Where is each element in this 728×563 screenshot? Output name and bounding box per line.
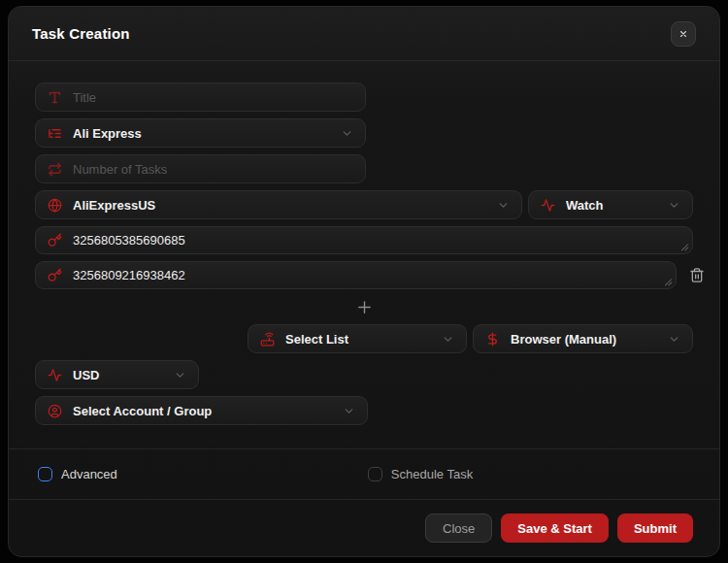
product-id-textarea[interactable]: 3256805385690685: [73, 227, 677, 253]
close-icon: [678, 29, 688, 39]
activity-icon: [541, 198, 555, 213]
router-icon: [260, 332, 275, 347]
modal-header: Task Creation: [9, 7, 719, 61]
advanced-label: Advanced: [61, 467, 117, 481]
product-id-textarea[interactable]: 3256809216938462: [73, 262, 660, 288]
globe-icon: [48, 198, 62, 213]
mode-value: Watch: [566, 198, 657, 213]
schedule-checkbox-group[interactable]: Schedule Task: [117, 467, 473, 481]
browser-select[interactable]: Browser (Manual): [473, 324, 693, 353]
chevron-down-icon: [442, 333, 454, 346]
currency-value: USD: [73, 368, 163, 382]
num-tasks-input[interactable]: [73, 162, 353, 177]
currency-select[interactable]: USD: [35, 360, 199, 389]
close-button[interactable]: [671, 21, 696, 47]
repeat-icon: [48, 162, 62, 177]
chevron-down-icon: [341, 127, 353, 140]
options-strip: Advanced Schedule Task: [9, 448, 719, 499]
task-creation-modal: Task Creation Ali Express: [8, 6, 720, 557]
site-value: AliExpressUS: [73, 198, 486, 213]
submit-button[interactable]: Submit: [617, 513, 693, 543]
page-title: Task Creation: [32, 25, 130, 42]
browser-value: Browser (Manual): [511, 332, 657, 347]
mode-select[interactable]: Watch: [528, 190, 693, 219]
resize-handle-icon[interactable]: [680, 243, 689, 251]
resize-handle-icon[interactable]: [664, 278, 673, 286]
chevron-down-icon: [174, 369, 186, 381]
chevron-down-icon: [668, 199, 680, 212]
schedule-task-checkbox[interactable]: [368, 467, 382, 481]
num-tasks-field[interactable]: [35, 154, 366, 183]
title-input[interactable]: [73, 90, 353, 105]
title-field[interactable]: [35, 83, 366, 112]
chevron-down-icon: [497, 199, 510, 212]
list-tree-icon: [48, 126, 62, 141]
modal-footer: Close Save & Start Submit: [9, 499, 719, 556]
activity-icon: [48, 368, 62, 382]
dollar-icon: [485, 332, 500, 347]
task-form: Ali Express AliExpressUS: [9, 61, 719, 448]
account-select[interactable]: Select Account / Group: [35, 396, 368, 425]
advanced-checkbox-group[interactable]: Advanced: [38, 467, 117, 481]
delete-row-button[interactable]: [689, 267, 705, 283]
key-icon: [48, 268, 62, 282]
product-id-field[interactable]: 3256805385690685: [35, 226, 693, 254]
account-value: Select Account / Group: [73, 404, 332, 418]
chevron-down-icon: [668, 333, 680, 346]
chevron-down-icon: [343, 405, 355, 417]
add-row-button[interactable]: [356, 299, 373, 315]
platform-value: Ali Express: [73, 126, 330, 141]
user-circle-icon: [48, 404, 62, 418]
site-select[interactable]: AliExpressUS: [35, 190, 522, 219]
schedule-task-label: Schedule Task: [391, 467, 473, 481]
close-modal-button[interactable]: Close: [425, 513, 492, 543]
type-icon: [48, 90, 62, 105]
advanced-checkbox[interactable]: [38, 467, 52, 481]
save-start-button[interactable]: Save & Start: [501, 513, 609, 543]
platform-select[interactable]: Ali Express: [35, 118, 366, 148]
plus-icon: [356, 299, 373, 315]
list-value: Select List: [285, 332, 431, 347]
list-select[interactable]: Select List: [248, 324, 467, 353]
key-icon: [48, 233, 62, 248]
trash-icon: [689, 267, 705, 283]
product-id-field[interactable]: 3256809216938462: [35, 261, 677, 289]
